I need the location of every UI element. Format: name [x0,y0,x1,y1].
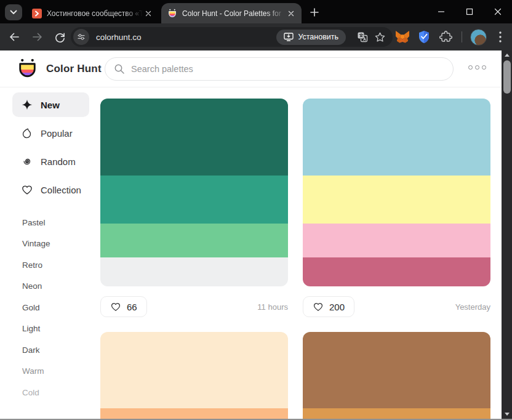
forward-arrow-icon [31,31,44,43]
star-icon [374,31,386,43]
tab-color-hunt[interactable]: Color Hunt - Color Palettes for [161,3,302,23]
palette-meta: 6611 hours [100,286,288,332]
palette-color-swatch[interactable] [100,332,288,408]
more-options-button[interactable] [468,65,486,70]
sidebar-tag-warm[interactable]: Warm [12,361,100,382]
palette-color-swatch[interactable] [303,332,490,408]
browser-window: Хостинговое сообщество «Tim Color Hunt -… [0,0,512,420]
sidebar-tag-gold[interactable]: Gold [12,297,100,318]
sidebar-item-label: New [41,100,60,110]
palette-cell: 6611 hours [100,99,288,332]
colorhunt-logo-icon [17,58,38,80]
like-count: 66 [127,302,137,312]
palette-color-swatch[interactable] [100,99,288,176]
extensions-menu-button[interactable] [438,29,454,45]
scroll-up-button[interactable] [502,50,512,60]
palette-card[interactable] [303,99,490,286]
palette-color-swatch[interactable] [303,257,490,286]
palette-meta: 200Yesterday [303,286,490,332]
flame-icon [21,127,33,139]
search-input[interactable] [131,64,444,74]
palette-cell [303,332,490,420]
palette-color-swatch[interactable] [100,224,288,257]
tab-title: Хостинговое сообщество «Tim [47,9,143,18]
palette-card[interactable] [100,332,288,420]
plus-icon [310,8,319,17]
browser-menu-button[interactable] [492,29,508,45]
window-controls [427,0,512,23]
tab-close-icon[interactable] [143,8,154,19]
heart-icon [313,301,324,312]
sidebar-tag-list: PastelVintageRetroNeonGoldLightDarkWarmC… [12,212,100,403]
tab-close-icon[interactable] [286,8,297,19]
palette-grid: 6611 hours200Yesterday [100,99,490,420]
palette-cell [100,332,288,420]
palette-timestamp: Yesterday [455,302,490,312]
tab-hosting-community[interactable]: Хостинговое сообщество «Tim [26,3,159,23]
minimize-icon [438,8,445,15]
address-bar[interactable]: colorhunt.co Установить [71,27,393,47]
close-button[interactable] [484,0,512,23]
palette-color-swatch[interactable] [303,176,490,224]
palette-timestamp: 11 hours [257,302,288,312]
vertical-scrollbar[interactable] [502,50,512,419]
sidebar-tag-pastel[interactable]: Pastel [12,212,100,233]
site-settings-button[interactable] [73,29,89,45]
sidebar-tag-cold[interactable]: Cold [12,382,100,403]
brand-name: Color Hunt [46,63,102,75]
triangle-down-icon [505,413,510,416]
profile-avatar[interactable] [470,29,487,46]
sidebar-tag-light[interactable]: Light [12,318,100,340]
sidebar-item-label: Random [41,156,76,167]
tab-strip: Хостинговое сообщество «Tim Color Hunt -… [0,0,512,23]
scrollbar-thumb[interactable] [503,60,511,94]
like-button[interactable]: 200 [303,296,354,317]
adguard-extension-button[interactable] [416,29,432,45]
palette-color-swatch[interactable] [303,99,490,176]
minimize-button[interactable] [427,0,455,23]
palette-card[interactable] [100,99,288,286]
reload-button[interactable] [50,28,69,46]
palette-color-swatch[interactable] [100,176,288,224]
sidebar-item-random[interactable]: Random [12,149,89,174]
sidebar: New Popular Random Collection PastelVint… [0,87,100,420]
palette-color-swatch[interactable] [100,257,288,286]
palette-card[interactable] [303,332,490,420]
brand[interactable]: Color Hunt [17,58,102,80]
extensions-area [394,23,508,50]
sidebar-item-label: Popular [41,128,73,139]
tab-search-button[interactable] [5,4,22,20]
search-icon [114,63,125,75]
translate-icon [357,31,368,42]
sidebar-item-collection[interactable]: Collection [12,177,89,202]
translate-button[interactable] [356,30,369,44]
colorhunt-favicon-icon [167,9,177,18]
browser-toolbar: colorhunt.co Установить [0,23,512,50]
sidebar-item-popular[interactable]: Popular [12,121,89,145]
back-button[interactable] [5,28,23,46]
forward-button[interactable] [28,28,47,46]
sparkle-icon [21,99,33,111]
sidebar-tag-neon[interactable]: Neon [12,276,100,297]
metamask-extension-button[interactable] [394,29,410,45]
spiral-icon [21,155,33,168]
sidebar-tag-retro[interactable]: Retro [12,254,100,276]
bookmark-star-button[interactable] [373,30,386,44]
url-text[interactable]: colorhunt.co [96,33,276,42]
kebab-menu-icon [499,31,502,42]
sidebar-tag-vintage[interactable]: Vintage [12,233,100,255]
metamask-fox-icon [395,30,410,44]
new-tab-button[interactable] [308,6,321,19]
sidebar-item-new[interactable]: New [12,92,89,117]
install-app-icon [284,33,294,41]
maximize-button[interactable] [455,0,484,23]
search-bar[interactable] [105,57,454,81]
shield-icon [418,30,430,44]
circle-dot-icon [482,65,486,70]
tune-icon [77,33,86,41]
scroll-down-button[interactable] [502,410,512,419]
sidebar-tag-dark[interactable]: Dark [12,339,100,361]
palette-color-swatch[interactable] [303,224,490,257]
install-app-button[interactable]: Установить [276,30,346,45]
like-button[interactable]: 66 [100,296,147,317]
